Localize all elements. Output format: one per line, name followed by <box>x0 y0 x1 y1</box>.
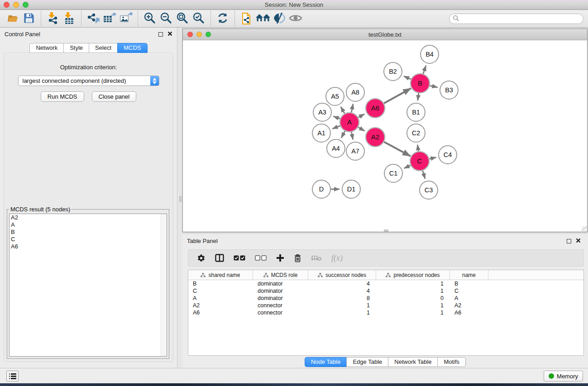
graph-node-A1[interactable]: A1 <box>312 124 330 142</box>
graph-node-A7[interactable]: A7 <box>346 142 364 160</box>
show-hide-panel-button[interactable] <box>287 11 304 26</box>
graph-edge[interactable] <box>341 107 345 114</box>
split-view-button[interactable] <box>215 254 224 262</box>
zoom-window-button[interactable] <box>23 2 29 8</box>
graph-node-D[interactable]: D <box>312 180 330 198</box>
tab-edge-table[interactable]: Edge Table <box>346 357 388 367</box>
result-scrollbar[interactable] <box>161 214 167 356</box>
graph-edge[interactable] <box>404 165 411 168</box>
graph-node-B[interactable]: B <box>411 74 430 93</box>
float-table-panel-icon[interactable] <box>567 239 571 243</box>
network-window-titlebar[interactable]: testGlobe.txt <box>183 29 587 40</box>
home-button[interactable] <box>255 11 271 26</box>
graph-node-A2[interactable]: A2 <box>366 128 385 147</box>
tab-mcds[interactable]: MCDS <box>117 43 147 53</box>
table-row[interactable]: Adominator80A <box>188 295 583 302</box>
refresh-layout-button[interactable] <box>215 11 231 26</box>
import-table-button[interactable] <box>61 11 77 26</box>
panel-divider-handle[interactable] <box>179 196 182 202</box>
table-settings-button[interactable] <box>197 254 206 262</box>
graph-node-A6[interactable]: A6 <box>366 99 385 118</box>
export-table-button[interactable] <box>101 11 118 26</box>
result-list-item[interactable]: B <box>10 229 167 236</box>
table-row[interactable]: Cdominator41C <box>188 287 583 295</box>
new-network-button[interactable] <box>239 11 255 26</box>
graph-node-C1[interactable]: C1 <box>384 164 402 182</box>
network-close-button[interactable] <box>187 32 193 37</box>
graph-edge[interactable] <box>358 114 364 118</box>
zoom-in-button[interactable] <box>142 11 158 26</box>
save-session-button[interactable] <box>21 11 37 26</box>
graph-node-A4[interactable]: A4 <box>327 139 345 157</box>
tab-node-table[interactable]: Node Table <box>305 357 347 367</box>
zoom-out-button[interactable] <box>158 11 174 26</box>
memory-button[interactable]: Memory <box>544 371 583 381</box>
network-zoom-button[interactable] <box>206 32 211 37</box>
zoom-fit-button[interactable] <box>174 11 191 26</box>
graph-edge[interactable] <box>384 142 410 156</box>
graph-edge[interactable] <box>404 76 411 79</box>
search-input[interactable] <box>459 15 583 23</box>
network-minimize-button[interactable] <box>196 32 202 37</box>
close-window-button[interactable] <box>4 2 10 8</box>
graph-node-B1[interactable]: B1 <box>407 103 425 121</box>
select-all-button[interactable] <box>234 255 245 261</box>
table-row[interactable]: A6connector11A6 <box>188 309 583 316</box>
graph-edge[interactable] <box>333 116 340 119</box>
deselect-all-button[interactable] <box>255 255 267 261</box>
graph-edge[interactable] <box>417 145 418 151</box>
graph-node-D1[interactable]: D1 <box>342 180 360 198</box>
column-header-mcds-role[interactable]: MCDS role <box>253 270 308 280</box>
column-header-shared-name[interactable]: shared name <box>188 270 253 280</box>
graph-node-B3[interactable]: B3 <box>440 81 458 99</box>
search-field[interactable] <box>449 14 583 24</box>
result-list-item[interactable]: A2 <box>10 214 167 221</box>
tab-style[interactable]: Style <box>63 43 89 53</box>
graph-edge[interactable] <box>341 131 345 138</box>
tab-select[interactable]: Select <box>89 43 117 53</box>
column-header-predecessor-nodes[interactable]: predecessor nodes <box>376 270 450 280</box>
close-panel-button[interactable]: Close panel <box>92 91 137 102</box>
network-hscroll-thumb[interactable] <box>384 229 388 232</box>
graph-edge[interactable] <box>429 157 436 159</box>
task-history-button[interactable] <box>6 371 19 381</box>
result-list-item[interactable]: A <box>10 221 167 229</box>
resize-grip-icon[interactable] <box>582 226 587 232</box>
graph-edge[interactable] <box>423 171 425 179</box>
graph-node-A3[interactable]: A3 <box>313 103 331 121</box>
criterion-dropdown[interactable]: largest connected component (directed) <box>18 76 159 86</box>
graph-node-C4[interactable]: C4 <box>439 146 457 164</box>
graph-node-B2[interactable]: B2 <box>384 62 402 81</box>
graph-edge[interactable] <box>384 88 411 103</box>
minimize-window-button[interactable] <box>13 2 19 8</box>
tab-motifs[interactable]: Motifs <box>437 357 466 367</box>
mcds-result-list[interactable]: A2ABCA6 <box>9 214 167 357</box>
graph-edge[interactable] <box>351 104 353 113</box>
close-panel-icon[interactable] <box>167 31 172 38</box>
zoom-selected-button[interactable] <box>191 11 207 26</box>
graph-edge[interactable] <box>332 126 340 129</box>
graph-node-A5[interactable]: A5 <box>326 87 344 105</box>
close-table-panel-icon[interactable] <box>576 238 581 244</box>
network-canvas[interactable]: AA1A2A3A4A5A6A7A8BB1B2B3B4CC1C2C3C4DD1 <box>183 40 587 232</box>
result-list-item[interactable]: A6 <box>10 243 167 250</box>
graph-edge[interactable] <box>430 86 437 87</box>
table-row[interactable]: Bdominator41B <box>188 280 583 287</box>
graph-node-B4[interactable]: B4 <box>421 45 439 63</box>
column-header-name[interactable]: name <box>450 270 488 280</box>
graph-edge[interactable] <box>418 93 419 100</box>
tab-network[interactable]: Network <box>29 43 63 53</box>
add-column-button[interactable] <box>276 254 284 262</box>
export-image-button[interactable] <box>118 11 134 26</box>
tab-network-table[interactable]: Network Table <box>388 357 437 367</box>
graph-node-C2[interactable]: C2 <box>407 124 425 142</box>
graph-node-C[interactable]: C <box>410 152 429 171</box>
toggle-graphics-details-button[interactable] <box>271 11 287 26</box>
open-session-button[interactable] <box>5 11 21 26</box>
run-mcds-button[interactable]: Run MCDS <box>41 91 84 102</box>
float-panel-icon[interactable] <box>158 32 163 37</box>
graph-edge[interactable] <box>358 127 365 131</box>
graph-node-C3[interactable]: C3 <box>420 181 438 199</box>
graph-node-A8[interactable]: A8 <box>346 83 364 101</box>
column-header-successor-nodes[interactable]: successor nodes <box>308 270 376 280</box>
